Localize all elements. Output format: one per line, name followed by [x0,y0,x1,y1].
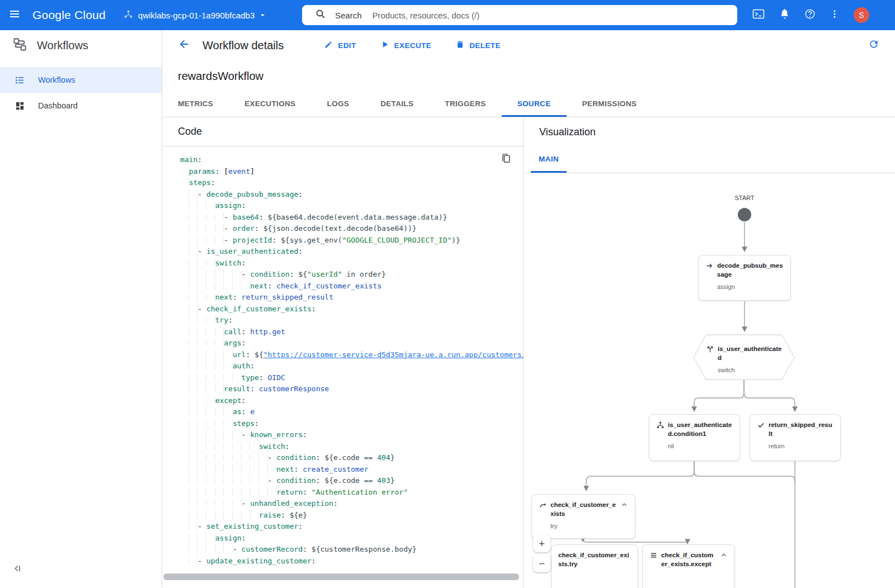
start-node[interactable] [738,208,751,221]
more-button[interactable] [830,9,840,21]
tab-main[interactable]: MAIN [531,146,567,173]
sidebar: WorkflowsDashboard [0,60,162,588]
cloud-shell-button[interactable] [752,7,765,23]
assign-icon [705,262,714,270]
code-line: next: check_if_customer_exists [180,281,523,292]
code-line: try: [180,315,523,326]
code-line: - is_user_authenticated: [180,246,523,258]
code-horizontal-scrollbar[interactable] [163,573,519,580]
pencil-icon [324,40,333,51]
tab-details[interactable]: DETAILS [365,92,429,117]
code-line: url: ${"https://customer-service-d5d35mj… [180,349,523,361]
workflow-name: rewardsWorkflow [162,60,895,92]
node-title: return_skipped_result [769,420,833,439]
visualization-panel: Visualization MAIN [523,117,895,588]
execute-button[interactable]: EXECUTE [381,40,432,50]
menu-button[interactable] [0,8,29,22]
start-label: START [725,195,764,201]
code-line: - order: ${json.decode(text.decode(base6… [180,223,523,235]
tab-logs[interactable]: LOGS [311,92,365,117]
code-line: next: create_customer [180,464,523,476]
code-line: steps: [180,418,523,430]
project-selector[interactable]: qwiklabs-gcp-01-1a990bfcadb3 [124,10,266,21]
chevron-up-icon[interactable] [620,501,628,509]
code-content[interactable]: main: params: [event] steps: - decode_pu… [162,147,523,588]
workflow-node-cond1[interactable]: is_user_authenticated.condition1nil [649,414,740,461]
back-button[interactable] [178,38,190,53]
tab-executions[interactable]: EXECUTIONS [229,92,311,117]
visualization-tabs: MAIN [524,146,895,173]
condition-icon [656,421,665,429]
avatar[interactable]: S [854,7,869,23]
collapse-sidebar-button[interactable] [12,563,22,576]
tab-permissions[interactable]: PERMISSIONS [567,92,653,117]
delete-button[interactable]: DELETE [456,40,501,51]
code-line: - unhandled_exception: [180,498,523,510]
action-bar: Workflow details EDIT EXECUTE DELETE [162,30,895,60]
workflow-node-decode[interactable]: decode_pubsub_messageassign [698,255,791,301]
help-icon [804,8,816,22]
code-line: assign: [180,533,523,544]
check-icon [757,421,765,429]
code-line: except: [180,395,523,407]
list-icon [15,75,25,86]
workflow-node-try[interactable]: check_if_customer_exists.try [551,544,638,588]
visualization-title: Visualization [524,117,895,146]
node-sublabel: switch [718,367,784,373]
workflow-node-auth[interactable]: is_user_authenticatedswitch [704,341,786,376]
search-bar[interactable]: Search Products, resources, docs (/) [302,5,737,25]
notifications-button[interactable] [779,8,790,22]
node-title: check_if_customer_exists [550,500,617,519]
try-icon [539,501,547,509]
main-content: rewardsWorkflow METRICSEXECUTIONSLOGSDET… [162,60,895,588]
code-line: main: [180,154,523,166]
node-title: is_user_authenticated [718,344,784,363]
node-sublabel: try [550,523,628,529]
node-sublabel: nil [668,443,733,449]
back-arrow-icon [178,38,190,53]
workflow-node-except[interactable]: check_if_customer_exists.except [642,544,735,588]
zoom-in-button[interactable]: + [533,535,550,552]
node-title: is_user_authenticated.condition1 [668,420,733,439]
help-button[interactable] [804,8,816,22]
search-label: Search [335,11,362,20]
code-line: result: customerResponse [180,383,523,395]
refresh-icon [868,39,879,52]
tab-source[interactable]: SOURCE [502,92,567,117]
topbar: Google Cloud qwiklabs-gcp-01-1a990bfcadb… [0,0,895,30]
code-line: as: e [180,406,523,418]
code-line: - check_if_customer_exists: [180,304,523,315]
copy-button[interactable] [501,153,511,166]
code-line: steps: [180,177,523,189]
collapse-sidebar-icon [12,566,22,575]
code-line: - projectId: ${sys.get_env("GOOGLE_CLOUD… [180,235,523,246]
search-hint: Products, resources, docs (/) [373,11,480,20]
edit-button[interactable]: EDIT [324,40,356,51]
code-line: switch: [180,258,523,269]
sidebar-item-workflows[interactable]: Workflows [0,67,162,93]
tab-metrics[interactable]: METRICS [162,92,229,117]
node-sublabel: return [769,443,833,449]
chevron-up-icon[interactable] [720,551,728,559]
bell-icon [779,8,790,22]
code-line: - update_existing_customer: [180,556,523,567]
workflow-node-skip[interactable]: return_skipped_resultreturn [750,414,841,461]
code-line: - base64: ${base64.decode(event.data.mes… [180,212,523,224]
node-title: decode_pubsub_message [717,261,784,279]
search-icon [315,9,326,21]
sidebar-item-dashboard[interactable]: Dashboard [0,93,162,118]
tab-triggers[interactable]: TRIGGERS [429,92,501,117]
workflow-node-check[interactable]: check_if_customer_existstry [531,494,635,539]
zoom-out-button[interactable]: − [533,555,550,572]
copy-icon [501,156,511,165]
project-icon [124,10,133,21]
list-icon [649,551,658,559]
code-line: call: http.get [180,326,523,338]
sidebar-nav: WorkflowsDashboard [0,60,162,118]
brand-logo[interactable]: Google Cloud [32,8,106,22]
page-title: Workflow details [202,39,284,52]
dashboard-icon [15,101,25,111]
refresh-button[interactable] [868,39,879,52]
hamburger-icon [9,8,20,22]
code-line: params: [event] [180,166,523,178]
